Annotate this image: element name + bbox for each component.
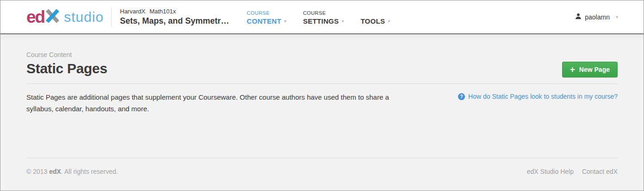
edx-studio-window: ed studio HarvardX Math101x Sets, Maps, …	[0, 0, 644, 191]
contact-edx-link[interactable]: Contact edX	[582, 168, 618, 175]
user-icon	[575, 13, 582, 21]
logo-ed-text: ed	[26, 8, 44, 25]
course-org: HarvardX	[120, 8, 145, 15]
chevron-down-icon: ▾	[284, 19, 286, 24]
nav-course-settings[interactable]: COURSE SETTINGS ▾	[303, 9, 344, 25]
nav-eyebrow	[360, 10, 390, 16]
course-number: Math101x	[149, 8, 176, 15]
nav-eyebrow: COURSE	[247, 10, 286, 16]
new-page-button[interactable]: + New Page	[562, 62, 618, 77]
page-title: Static Pages	[26, 61, 618, 76]
plus-icon: +	[570, 65, 575, 74]
breadcrumb: Course Content	[26, 51, 618, 58]
course-title: Sets, Maps, and Symmetr…	[120, 16, 229, 26]
username: paolamn	[585, 13, 610, 21]
help-icon: ?	[458, 93, 465, 100]
copyright-prefix: © 2013	[26, 168, 49, 175]
edx-brand-link[interactable]: edX	[49, 168, 61, 175]
copyright: © 2013 edX. All rights reserved.	[26, 168, 118, 175]
nav-course-content[interactable]: COURSE CONTENT ▾	[247, 9, 286, 25]
header-divider	[111, 7, 111, 27]
help-link-label: How do Static Pages look to students in …	[468, 93, 618, 100]
footer-links: edX Studio Help Contact edX	[527, 168, 618, 175]
edx-x-icon	[45, 9, 60, 25]
page-description: Static Pages are additional pages that s…	[26, 92, 402, 115]
help-link[interactable]: ? How do Static Pages look to students i…	[458, 93, 618, 100]
chevron-down-icon: ▾	[616, 15, 618, 19]
main-content: Course Content Static Pages + New Page S…	[0, 34, 644, 175]
footer: © 2013 edX. All rights reserved. edX Stu…	[26, 158, 618, 175]
chevron-down-icon: ▾	[341, 19, 344, 24]
copyright-suffix: . All rights reserved.	[61, 168, 118, 175]
chevron-down-icon: ▾	[388, 19, 390, 24]
nav-label: SETTINGS	[303, 17, 339, 25]
nav-eyebrow: COURSE	[303, 10, 344, 16]
edx-studio-logo[interactable]: ed studio	[26, 8, 104, 25]
page-head: Course Content Static Pages + New Page	[26, 34, 618, 76]
primary-nav: COURSE CONTENT ▾ COURSE SETTINGS ▾ TOOLS…	[247, 9, 390, 25]
course-meta: HarvardX Math101x	[120, 8, 229, 15]
course-info: HarvardX Math101x Sets, Maps, and Symmet…	[120, 8, 229, 26]
nav-label: CONTENT	[247, 17, 281, 25]
logo-studio-text: studio	[64, 10, 104, 24]
nav-tools[interactable]: TOOLS ▾	[360, 9, 390, 25]
intro-section: Static Pages are additional pages that s…	[26, 84, 618, 115]
header: ed studio HarvardX Math101x Sets, Maps, …	[0, 0, 644, 34]
nav-label: TOOLS	[360, 17, 385, 25]
user-menu[interactable]: paolamn ▾	[575, 13, 618, 21]
new-page-button-label: New Page	[579, 66, 610, 73]
studio-help-link[interactable]: edX Studio Help	[527, 168, 574, 175]
